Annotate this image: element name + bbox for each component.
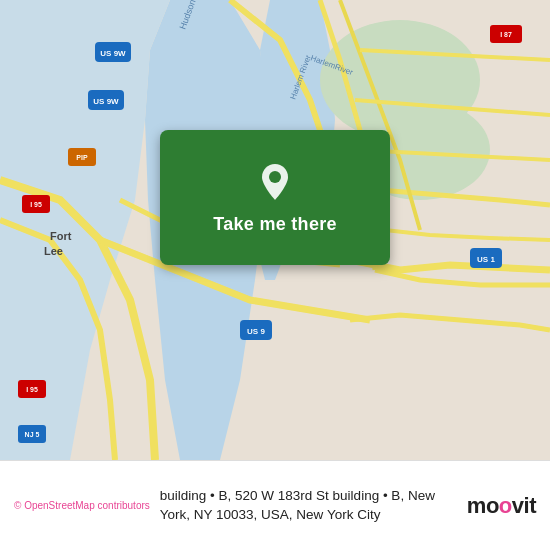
svg-text:US 9: US 9 <box>247 327 265 336</box>
location-pin-icon <box>253 160 297 204</box>
svg-text:I 95: I 95 <box>30 201 42 208</box>
take-me-there-button[interactable]: Take me there <box>160 130 390 265</box>
address-text: building • B, 520 W 183rd St building • … <box>160 487 457 525</box>
svg-text:Lee: Lee <box>44 245 63 257</box>
svg-text:US 9W: US 9W <box>93 97 119 106</box>
svg-text:US 9W: US 9W <box>100 49 126 58</box>
svg-text:NJ 5: NJ 5 <box>25 431 40 438</box>
svg-text:PIP: PIP <box>76 154 88 161</box>
svg-text:I 95: I 95 <box>26 386 38 393</box>
moovit-logo: moovit <box>467 493 536 519</box>
take-me-there-label: Take me there <box>213 214 337 235</box>
bottom-info-bar: © OpenStreetMap contributors building • … <box>0 460 550 550</box>
svg-text:I 87: I 87 <box>500 31 512 38</box>
svg-point-29 <box>269 171 281 183</box>
moovit-text: moovit <box>467 493 536 519</box>
map-view: US 9W US 9W I 95 I 95 PIP US 9 I 87 US 1… <box>0 0 550 460</box>
svg-text:Fort: Fort <box>50 230 72 242</box>
svg-text:US 1: US 1 <box>477 255 495 264</box>
osm-credit: © OpenStreetMap contributors <box>14 500 150 511</box>
